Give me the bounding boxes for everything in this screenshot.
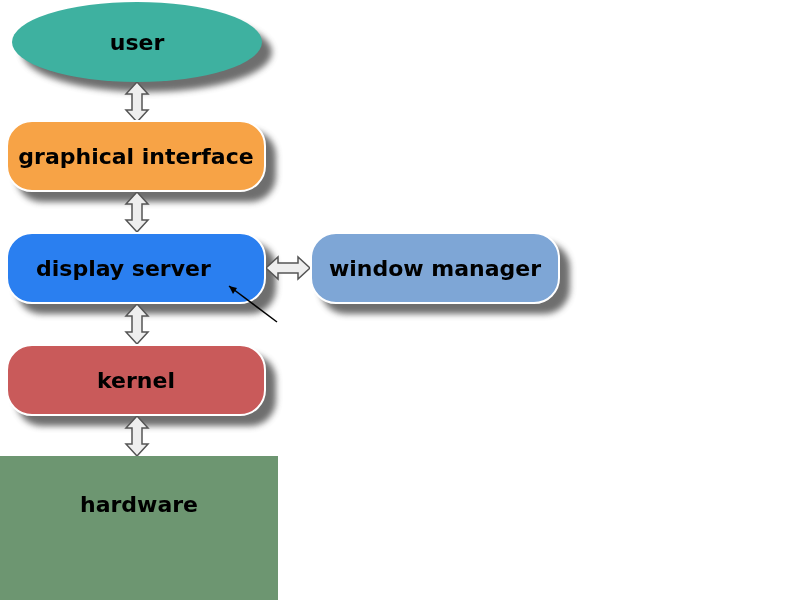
svg-marker-5 bbox=[126, 304, 148, 344]
svg-marker-1 bbox=[126, 192, 148, 232]
user-label: user bbox=[110, 30, 165, 55]
user-node: user bbox=[12, 2, 262, 82]
arrow-user-gui bbox=[124, 82, 150, 122]
arrow-annotation bbox=[223, 282, 283, 330]
wm-node: window manager bbox=[310, 232, 560, 304]
hw-node: hardware bbox=[0, 456, 278, 600]
hw-label: hardware bbox=[80, 492, 198, 517]
svg-line-3 bbox=[229, 286, 277, 322]
svg-marker-2 bbox=[266, 257, 310, 279]
arrow-display-kernel bbox=[124, 304, 150, 344]
arrow-gui-display bbox=[124, 192, 150, 232]
arrow-display-wm bbox=[266, 255, 310, 281]
display-label: display server bbox=[36, 256, 211, 281]
gui-node: graphical interface bbox=[6, 120, 266, 192]
gui-label: graphical interface bbox=[18, 144, 253, 169]
arrow-kernel-hw bbox=[124, 416, 150, 456]
kernel-node: kernel bbox=[6, 344, 266, 416]
svg-marker-0 bbox=[126, 82, 148, 122]
wm-label: window manager bbox=[329, 256, 541, 281]
svg-marker-6 bbox=[126, 416, 148, 456]
svg-marker-4 bbox=[229, 286, 237, 294]
kernel-label: kernel bbox=[97, 368, 175, 393]
